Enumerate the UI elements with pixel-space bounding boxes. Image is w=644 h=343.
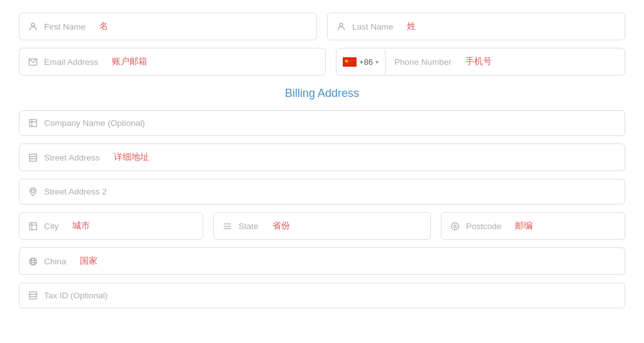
billing-section-title: Billing Address — [19, 87, 625, 100]
svg-point-9 — [31, 189, 35, 193]
postcode-label: Postcode — [466, 222, 501, 231]
city-label: City — [44, 222, 58, 231]
state-value: 省份 — [272, 220, 290, 232]
name-row: First Name 名 Last Name 姓 — [19, 13, 625, 40]
street2-row: Street Address 2 — [19, 179, 625, 205]
street-address2-label: Street Address 2 — [44, 187, 107, 196]
street-address-label: Street Address — [44, 153, 100, 162]
globe-icon — [28, 257, 38, 266]
svg-rect-3 — [30, 120, 36, 127]
svg-rect-26 — [30, 292, 36, 299]
first-name-label: First Name — [44, 22, 86, 31]
pin-icon — [28, 187, 38, 196]
state-label: State — [238, 222, 258, 231]
phone-label: Phone Number — [394, 57, 452, 67]
email-label: Email Address — [44, 57, 98, 67]
last-name-value: 姓 — [407, 21, 416, 32]
first-name-value: 名 — [99, 21, 108, 32]
svg-rect-10 — [30, 222, 36, 229]
last-name-field[interactable]: Last Name 姓 — [327, 13, 625, 40]
city-value: 城市 — [72, 220, 90, 232]
taxid-row: Tax ID (Optional) — [19, 283, 625, 308]
svg-point-0 — [31, 23, 35, 26]
china-flag-icon — [343, 57, 357, 67]
last-name-label: Last Name — [352, 22, 393, 31]
company-name-field[interactable]: Company Name (Optional) — [19, 110, 625, 136]
taxid-icon — [28, 291, 38, 300]
country-row: China 国家 — [19, 247, 625, 275]
taxid-label: Tax ID (Optional) — [44, 291, 108, 300]
street-address-field[interactable]: Street Address 详细地址 — [19, 143, 625, 171]
email-phone-row: Email Address 账户邮箱 +86 ▾ Phone Number 手机… — [19, 48, 625, 76]
country-field[interactable]: China 国家 — [19, 247, 625, 275]
phone-country-selector[interactable]: +86 ▾ — [336, 50, 386, 74]
street-icon — [28, 153, 38, 162]
country-code: +86 — [359, 57, 373, 67]
svg-point-16 — [452, 222, 458, 229]
taxid-field[interactable]: Tax ID (Optional) — [19, 283, 625, 308]
postcode-icon — [450, 222, 460, 231]
company-name-label: Company Name (Optional) — [44, 118, 145, 128]
first-name-field[interactable]: First Name 名 — [19, 13, 317, 40]
person-icon — [28, 22, 38, 31]
svg-point-17 — [454, 225, 457, 227]
svg-point-1 — [340, 23, 343, 26]
street-address2-field[interactable]: Street Address 2 — [19, 179, 625, 205]
person-icon-2 — [336, 22, 346, 31]
state-icon — [223, 222, 232, 231]
company-row: Company Name (Optional) — [19, 110, 625, 136]
country-label: China — [44, 257, 66, 266]
svg-rect-6 — [30, 154, 36, 160]
city-state-postcode-row: City 城市 State 省份 Postcode 邮编 — [19, 212, 625, 240]
svg-point-23 — [31, 257, 35, 264]
svg-point-22 — [30, 257, 36, 264]
chevron-down-icon: ▾ — [375, 59, 379, 65]
postcode-field[interactable]: Postcode 邮编 — [441, 212, 625, 240]
street-row: Street Address 详细地址 — [19, 143, 625, 171]
country-value: 国家 — [80, 256, 97, 267]
building-icon — [28, 118, 38, 128]
phone-field[interactable]: +86 ▾ Phone Number 手机号 — [336, 48, 625, 76]
phone-value: 手机号 — [465, 56, 492, 67]
email-value: 账户邮箱 — [112, 56, 147, 67]
street-address-value: 详细地址 — [114, 152, 149, 163]
state-field[interactable]: State 省份 — [213, 212, 431, 240]
email-field[interactable]: Email Address 账户邮箱 — [19, 48, 326, 76]
city-field[interactable]: City 城市 — [19, 212, 203, 240]
city-icon — [28, 222, 38, 231]
phone-input-area[interactable]: Phone Number 手机号 — [386, 48, 625, 75]
postcode-value: 邮编 — [515, 220, 533, 232]
email-icon — [28, 57, 38, 67]
